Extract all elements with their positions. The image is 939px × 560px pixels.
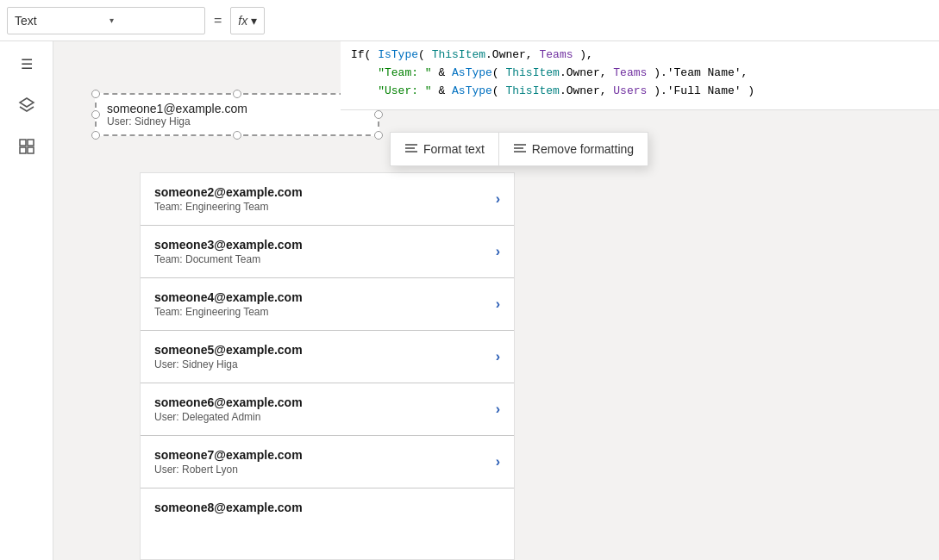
- chevron-down-icon: ▾: [110, 16, 197, 25]
- resize-handle-br[interactable]: [374, 131, 383, 140]
- formula-line-2: "Team: " & AsType( ThisItem.Owner, Teams…: [351, 65, 929, 83]
- list-item-email: someone8@example.com: [154, 501, 303, 514]
- remove-formatting-icon: [513, 142, 527, 157]
- list-item[interactable]: someone7@example.comUser: Robert Lyon›: [141, 436, 514, 488]
- layers-icon[interactable]: [15, 93, 39, 117]
- text-dropdown-label: Text: [15, 14, 103, 28]
- list-item-content: someone2@example.comTeam: Engineering Te…: [154, 185, 303, 213]
- list-item-email: someone7@example.com: [154, 448, 303, 462]
- list-item-content: someone5@example.comUser: Sidney Higa: [154, 343, 303, 370]
- chevron-right-icon: ›: [496, 349, 500, 364]
- list-item[interactable]: someone2@example.comTeam: Engineering Te…: [141, 173, 514, 226]
- remove-formatting-menu-item[interactable]: Remove formatting: [499, 133, 648, 165]
- list-item-content: someone8@example.com: [154, 501, 303, 514]
- formula-line-3: "User: " & AsType( ThisItem.Owner, Users…: [351, 83, 929, 101]
- resize-handle-tm[interactable]: [233, 90, 241, 98]
- chevron-right-icon: ›: [496, 401, 500, 417]
- sidebar: ☰: [0, 41, 53, 560]
- list-item[interactable]: someone4@example.comTeam: Engineering Te…: [141, 278, 514, 331]
- format-text-icon: [404, 142, 418, 157]
- list-item[interactable]: someone6@example.comUser: Delegated Admi…: [141, 383, 514, 436]
- list-item-subtitle: User: Delegated Admin: [154, 411, 303, 423]
- svg-rect-2: [20, 147, 26, 153]
- resize-handle-bm[interactable]: [233, 131, 241, 140]
- equals-icon: =: [210, 13, 225, 28]
- svg-rect-0: [20, 140, 26, 146]
- list-item-email: someone2@example.com: [154, 185, 303, 199]
- fx-button[interactable]: fx ▾: [230, 7, 265, 34]
- grid-icon[interactable]: [15, 134, 39, 159]
- list-item-content: someone7@example.comUser: Robert Lyon: [154, 448, 303, 476]
- list-item-subtitle: Team: Engineering Team: [154, 201, 303, 213]
- list-item-subtitle: Team: Document Team: [154, 253, 303, 265]
- list-item-email: someone6@example.com: [154, 395, 303, 409]
- resize-handle-ml[interactable]: [91, 110, 100, 119]
- chevron-right-icon: ›: [496, 454, 500, 470]
- svg-rect-1: [28, 140, 34, 146]
- list-item-subtitle: User: Robert Lyon: [154, 464, 303, 476]
- control-subtitle: User: Sidney Higa: [107, 115, 367, 128]
- formula-line-1: If( IsType( ThisItem.Owner, Teams ),: [351, 47, 929, 65]
- list-item[interactable]: someone8@example.com: [141, 488, 514, 521]
- canvas-area: someone1@example.com User: Sidney Higa F…: [53, 41, 939, 560]
- control-email: someone1@example.com: [107, 102, 367, 115]
- format-text-label: Format text: [423, 142, 485, 156]
- list-panel: someone2@example.comTeam: Engineering Te…: [140, 172, 515, 560]
- resize-handle-mr[interactable]: [374, 110, 383, 119]
- hamburger-menu-icon[interactable]: ☰: [15, 52, 39, 76]
- text-dropdown[interactable]: Text ▾: [7, 7, 205, 34]
- list-item[interactable]: someone3@example.comTeam: Document Team›: [141, 226, 514, 278]
- list-item-content: someone6@example.comUser: Delegated Admi…: [154, 395, 303, 423]
- chevron-right-icon: ›: [496, 296, 500, 312]
- chevron-right-icon: ›: [496, 244, 500, 259]
- list-item-content: someone3@example.comTeam: Document Team: [154, 238, 303, 265]
- selected-control[interactable]: someone1@example.com User: Sidney Higa: [95, 93, 379, 136]
- resize-handle-bl[interactable]: [91, 131, 100, 140]
- chevron-right-icon: ›: [496, 191, 500, 207]
- resize-handle-tl[interactable]: [91, 90, 100, 98]
- format-text-menu-item[interactable]: Format text: [391, 133, 499, 165]
- list-item-content: someone4@example.comTeam: Engineering Te…: [154, 290, 303, 318]
- list-item-email: someone3@example.com: [154, 238, 303, 252]
- formula-bar[interactable]: If( IsType( ThisItem.Owner, Teams ), "Te…: [341, 41, 939, 110]
- list-item-subtitle: User: Sidney Higa: [154, 358, 303, 370]
- list-item-email: someone5@example.com: [154, 343, 303, 357]
- fx-symbol: fx: [238, 14, 247, 28]
- list-item[interactable]: someone5@example.comUser: Sidney Higa›: [141, 331, 514, 383]
- list-item-subtitle: Team: Engineering Team: [154, 306, 303, 318]
- svg-rect-3: [28, 147, 34, 153]
- list-item-email: someone4@example.com: [154, 290, 303, 304]
- remove-formatting-label: Remove formatting: [532, 142, 634, 156]
- fx-chevron-icon: ▾: [251, 14, 257, 28]
- context-menu: Format text Remove formatting: [390, 132, 648, 166]
- toolbar: Text ▾ = fx ▾ If( IsType( ThisItem.Owner…: [0, 0, 939, 41]
